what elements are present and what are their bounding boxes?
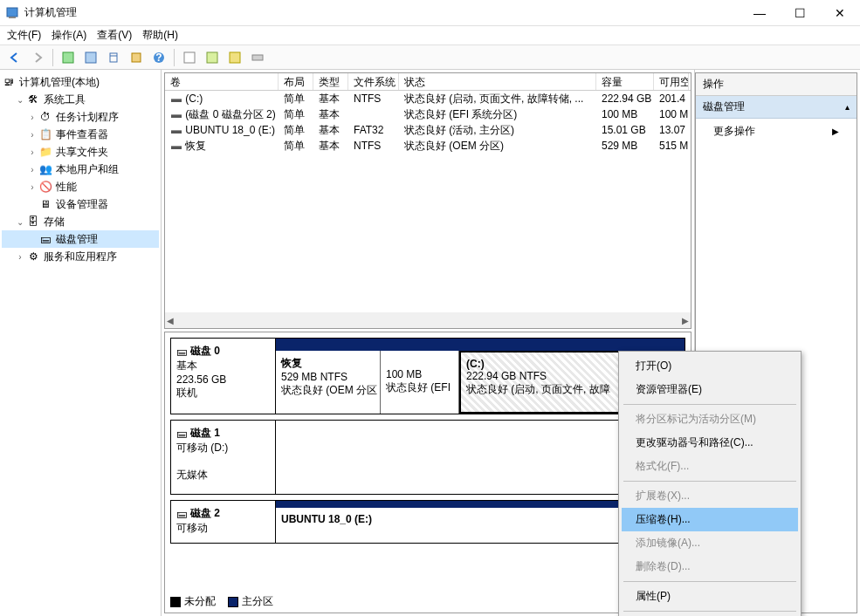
- cm-mirror: 添加镜像(A)...: [622, 531, 798, 555]
- expander-icon[interactable]: ›: [26, 130, 38, 140]
- disk-1-row[interactable]: 🖴磁盘 1 可移动 (D:) 无媒体: [170, 420, 685, 495]
- tb-icon-7[interactable]: [225, 48, 244, 67]
- users-icon: 👥: [38, 162, 52, 176]
- menu-action[interactable]: 操作(A): [52, 28, 86, 43]
- tree-storage[interactable]: ⌄ 🗄 存储: [2, 213, 159, 230]
- svg-rect-0: [7, 8, 17, 17]
- tree-performance[interactable]: › 🚫 性能: [2, 178, 159, 195]
- col-free[interactable]: 可用空间: [654, 73, 689, 90]
- disk-bar: [276, 339, 685, 351]
- svg-rect-10: [207, 52, 217, 63]
- svg-rect-9: [184, 52, 195, 63]
- back-button[interactable]: [5, 48, 24, 67]
- col-fs[interactable]: 文件系统: [348, 73, 399, 90]
- menu-help[interactable]: 帮助(H): [142, 28, 178, 43]
- cm-shrink[interactable]: 压缩卷(H)...: [622, 508, 798, 531]
- minimize-button[interactable]: —: [740, 0, 780, 26]
- app-icon: [5, 6, 19, 20]
- disk-icon: 🖴: [176, 346, 187, 358]
- svg-rect-4: [110, 53, 117, 62]
- col-status[interactable]: 状态: [399, 73, 596, 90]
- tb-icon-6[interactable]: [203, 48, 222, 67]
- cm-explorer[interactable]: 资源管理器(E): [622, 378, 798, 401]
- computer-icon: 🖳: [2, 75, 16, 89]
- menu-bar: 文件(F) 操作(A) 查看(V) 帮助(H): [0, 26, 860, 45]
- separator: [623, 611, 796, 612]
- tree-root[interactable]: 🖳 计算机管理(本地): [2, 73, 159, 91]
- partition-efi[interactable]: 100 MB 状态良好 (EFI: [381, 351, 459, 414]
- svg-rect-3: [86, 52, 96, 63]
- legend-primary-swatch: [228, 597, 238, 607]
- disk-0-label: 🖴磁盘 0 基本 223.56 GB 联机: [171, 339, 276, 414]
- svg-rect-2: [63, 52, 73, 63]
- table-row[interactable]: ▬ UBUNTU 18_0 (E:)简单基本FAT32状态良好 (活动, 主分区…: [165, 122, 691, 138]
- cm-properties[interactable]: 属性(P): [622, 585, 798, 608]
- cm-active: 将分区标记为活动分区(M): [622, 407, 798, 431]
- main-panel: 卷 布局 类型 文件系统 状态 容量 可用空间 ▬ (C:)简单基本NTFS状态…: [162, 70, 695, 616]
- expander-icon[interactable]: ›: [14, 252, 26, 262]
- tree-shared-folders[interactable]: › 📁 共享文件夹: [2, 143, 159, 161]
- tree-local-users[interactable]: › 👥 本地用户和组: [2, 161, 159, 178]
- performance-icon: 🚫: [38, 180, 52, 194]
- expander-icon[interactable]: ›: [26, 147, 38, 157]
- maximize-button[interactable]: ☐: [780, 0, 820, 26]
- expander-icon[interactable]: ›: [26, 182, 38, 192]
- volume-icon: ▬: [170, 92, 182, 105]
- expander-icon[interactable]: ⌄: [14, 217, 26, 227]
- tb-icon-5[interactable]: [180, 48, 199, 67]
- tb-icon-4[interactable]: [127, 48, 146, 67]
- help-icon[interactable]: ?: [149, 48, 169, 67]
- menu-view[interactable]: 查看(V): [97, 28, 132, 43]
- tb-icon-1[interactable]: [58, 48, 78, 67]
- table-row[interactable]: ▬ (磁盘 0 磁盘分区 2)简单基本状态良好 (EFI 系统分区)100 MB…: [165, 106, 691, 122]
- expander-icon[interactable]: ›: [26, 113, 38, 122]
- volume-table: 卷 布局 类型 文件系统 状态 容量 可用空间 ▬ (C:)简单基本NTFS状态…: [164, 72, 691, 329]
- col-layout[interactable]: 布局: [279, 73, 313, 90]
- tb-icon-3[interactable]: [104, 48, 123, 67]
- disk-1-label: 🖴磁盘 1 可移动 (D:) 无媒体: [171, 421, 276, 494]
- tree-task-scheduler[interactable]: › ⏱ 任务计划程序: [2, 108, 159, 126]
- disk-2-label: 🖴磁盘 2 可移动: [171, 501, 276, 543]
- chevron-right-icon: ▶: [832, 127, 839, 136]
- table-row[interactable]: ▬ 恢复简单基本NTFS状态良好 (OEM 分区)529 MB515 M: [165, 138, 691, 154]
- menu-file[interactable]: 文件(F): [7, 28, 41, 43]
- actions-sub[interactable]: 磁盘管理 ▴: [696, 96, 857, 119]
- title-bar: 计算机管理 — ☐ ✕: [0, 0, 860, 26]
- actions-more[interactable]: 更多操作 ▶: [696, 119, 857, 144]
- services-icon: ⚙: [26, 250, 40, 264]
- horizontal-scrollbar[interactable]: ◀ ▶: [165, 312, 691, 328]
- cm-change-letter[interactable]: 更改驱动器号和路径(C)...: [622, 431, 798, 455]
- cm-open[interactable]: 打开(O): [622, 354, 798, 378]
- close-button[interactable]: ✕: [820, 0, 860, 26]
- storage-icon: 🗄: [26, 215, 40, 229]
- svg-text:?: ?: [155, 51, 162, 64]
- clock-icon: ⏱: [38, 110, 52, 124]
- scroll-left-icon[interactable]: ◀: [167, 316, 174, 325]
- tree-system-tools[interactable]: ⌄ 🛠 系统工具: [2, 91, 159, 108]
- context-menu: 打开(O) 资源管理器(E) 将分区标记为活动分区(M) 更改驱动器号和路径(C…: [618, 351, 802, 616]
- folder-icon: 📁: [38, 145, 52, 159]
- disk-2-row[interactable]: 🖴磁盘 2 可移动 UBUNTU 18_0 (E:): [170, 500, 685, 544]
- col-volume[interactable]: 卷: [165, 73, 279, 90]
- col-type[interactable]: 类型: [313, 73, 348, 90]
- tree-disk-management[interactable]: 🖴 磁盘管理: [2, 230, 159, 248]
- partition-recovery[interactable]: 恢复 529 MB NTFS 状态良好 (OEM 分区: [276, 351, 381, 414]
- tree-event-viewer[interactable]: › 📋 事件查看器: [2, 126, 159, 143]
- expander-icon[interactable]: ⌄: [14, 95, 26, 105]
- table-row[interactable]: ▬ (C:)简单基本NTFS状态良好 (启动, 页面文件, 故障转储, ...2…: [165, 91, 691, 106]
- cm-delete: 删除卷(D)...: [622, 555, 798, 578]
- svg-rect-6: [132, 53, 141, 62]
- collapse-icon[interactable]: ▴: [845, 102, 850, 112]
- forward-button[interactable]: [28, 48, 47, 67]
- toolbar: ?: [0, 45, 860, 70]
- tb-icon-2[interactable]: [81, 48, 100, 67]
- tools-icon: 🛠: [26, 92, 40, 106]
- col-capacity[interactable]: 容量: [596, 73, 654, 90]
- scroll-right-icon[interactable]: ▶: [682, 316, 689, 325]
- cm-extend: 扩展卷(X)...: [622, 484, 798, 508]
- disk-0-row[interactable]: 🖴磁盘 0 基本 223.56 GB 联机 恢复 529 MB NTFS 状态良…: [170, 338, 685, 414]
- tree-services[interactable]: › ⚙ 服务和应用程序: [2, 248, 159, 265]
- tree-device-manager[interactable]: 🖥 设备管理器: [2, 195, 159, 213]
- expander-icon[interactable]: ›: [26, 165, 38, 175]
- tb-icon-8[interactable]: [248, 48, 267, 67]
